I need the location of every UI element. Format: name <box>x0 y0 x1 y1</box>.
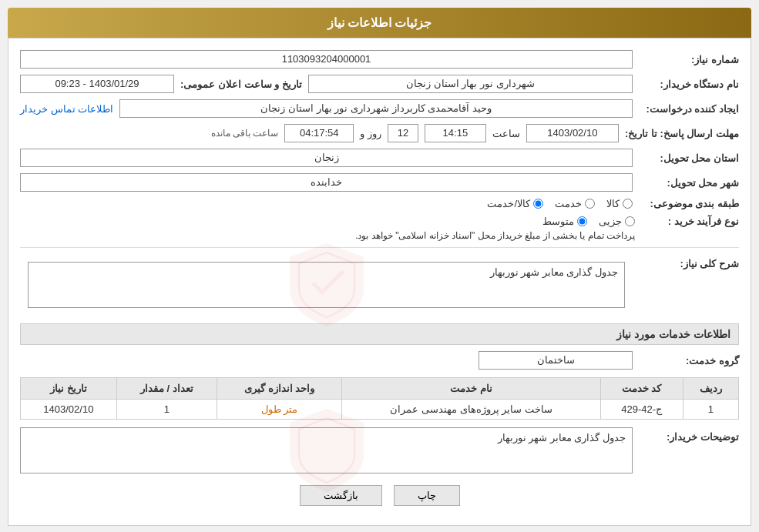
jozii-radio[interactable] <box>625 216 635 226</box>
table-header-row: ردیف کد خدمت نام خدمت واحد اندازه گیری ت… <box>21 378 739 400</box>
ostanMahalTahvil-value: زنجان <box>20 149 633 167</box>
saat-label: ساعت <box>492 128 520 139</box>
page-container: جزئیات اطلاعات نیاز شماره نیاز: 11030932… <box>0 0 759 532</box>
ijadKonande-row: ایجاد کننده درخواست: وحید آقامحمدی کاربر… <box>20 99 739 118</box>
noeFarayand-row: نوع فرآیند خرید : جزیی متوسط پرداخت تمام… <box>20 216 739 241</box>
shahrMahalTahvil-row: شهر محل تحویل: خدابنده <box>20 173 739 192</box>
tabaqeBandi-radios: کالا خدمت کالا/خدمت <box>487 198 633 209</box>
kala-radio-item: کالا <box>606 198 633 209</box>
shomareNiaz-label: شماره نیاز: <box>639 54 739 65</box>
kala-label: کالا <box>606 198 620 209</box>
services-section-title: اطلاعات خدمات مورد نیاز <box>20 323 739 345</box>
ijadKonande-value: وحید آقامحمدی کاربرداز شهرداری نور بهار … <box>119 99 633 118</box>
shomareNiaz-row: شماره نیاز: 1103093204000001 <box>20 50 739 69</box>
noeFarayand-radios: جزیی متوسط <box>20 216 635 227</box>
cell-tedadMeghdar: 1 <box>116 400 217 420</box>
kalaKhedmat-radio[interactable] <box>533 199 543 209</box>
cell-tarikhNiaz: 1403/02/10 <box>21 400 117 420</box>
motovaset-radio[interactable] <box>577 216 587 226</box>
col-vahedAndaze: واحد اندازه گیری <box>217 378 342 400</box>
rooz-label: روز و <box>360 128 381 139</box>
shield-watermark-icon <box>280 239 373 331</box>
mohlatErsalPasokh-row: مهلت ارسال پاسخ: تا تاریخ: 1403/02/10 سا… <box>20 124 739 142</box>
sharhKolli-value: جدول گذاری معابر شهر نوربهار <box>490 266 618 278</box>
tosihKharidar-row: توضیحات خریدار: جدول گذاری معابر شهر نور… <box>20 427 739 473</box>
tabaqeBandi-label: طبقه بندی موضوعی: <box>639 198 739 209</box>
tosihKharidar-label: توضیحات خریدار: <box>639 427 739 443</box>
cell-namKhedmat: ساخت سایر پروژه‌های مهندسی عمران <box>342 400 600 420</box>
motovaset-label: متوسط <box>542 216 574 227</box>
col-tarikhNiaz: تاریخ نیاز <box>21 378 117 400</box>
namDastgah-value: شهرداری نور بهار استان زنجان <box>308 75 633 93</box>
cell-radif: 1 <box>683 400 738 420</box>
namDastgah-row: نام دستگاه خریدار: شهرداری نور بهار استا… <box>20 75 739 93</box>
saat-value: 14:15 <box>425 124 486 142</box>
groheKhedmat-label: گروه خدمت: <box>639 355 739 366</box>
btn-chap[interactable]: چاپ <box>394 485 460 506</box>
kalaKhedmat-radio-item: کالا/خدمت <box>487 198 543 209</box>
jozii-radio-item: جزیی <box>599 216 635 227</box>
shahrMahalTahvil-label: شهر محل تحویل: <box>639 177 739 189</box>
tarikh-value: 1403/02/10 <box>526 124 619 142</box>
purchase-note: پرداخت تمام یا بخشی از مبلغ خریداز محل "… <box>20 230 635 241</box>
baghiMande-value: 04:17:54 <box>284 124 354 142</box>
tosihKharidar-box: جدول گذاری معابر شهر نوربهار <box>20 427 633 473</box>
mohlatErsalPasokh-label: مهلت ارسال پاسخ: تا تاریخ: <box>625 128 739 139</box>
services-table: ردیف کد خدمت نام خدمت واحد اندازه گیری ت… <box>20 377 739 420</box>
col-namKhedmat: نام خدمت <box>342 378 600 400</box>
col-radif: ردیف <box>683 378 738 400</box>
ijadKonande-label: ایجاد کننده درخواست: <box>639 103 739 115</box>
tosihKharidar-value: جدول گذاری معابر شهر نوربهار <box>498 432 626 443</box>
groheKhedmat-row: گروه خدمت: ساختمان <box>20 351 739 370</box>
cell-vahedAndaze: متر طول <box>217 400 342 420</box>
khedmat-label: خدمت <box>555 198 582 209</box>
ostanMahalTahvil-row: استان محل تحویل: زنجان <box>20 149 739 167</box>
etelaatTamas-link[interactable]: اطلاعات تماس خریدار <box>20 103 113 115</box>
tarikhoSaat-label: تاریخ و ساعت اعلان عمومی: <box>180 79 302 90</box>
tabaqeBandi-row: طبقه بندی موضوعی: کالا خدمت کالا/خدمت <box>20 198 739 209</box>
baghiMande-label: ساعت باقی مانده <box>211 128 279 139</box>
separator1 <box>20 247 739 248</box>
tarikhoSaat-value: 1403/01/29 - 09:23 <box>20 75 174 93</box>
cell-kodKhedmat: ج-42-429 <box>600 400 683 420</box>
noeFarayand-label: نوع فرآیند خرید : <box>639 216 739 227</box>
page-title: جزئیات اطلاعات نیاز <box>327 16 432 29</box>
sharhKolli-row: شرح کلی نیاز: جدول گذاری معابر شهر نوربه… <box>20 254 739 316</box>
shahrMahalTahvil-value: خدابنده <box>20 173 633 192</box>
khedmat-radio[interactable] <box>585 199 595 209</box>
ostanMahalTahvil-label: استان محل تحویل: <box>639 152 739 164</box>
table-row: 1 ج-42-429 ساخت سایر پروژه‌های مهندسی عم… <box>21 400 739 420</box>
jozii-label: جزیی <box>599 216 622 227</box>
sharhKolli-label: شرح کلی نیاز: <box>639 254 739 269</box>
groheKhedmat-value: ساختمان <box>479 351 633 370</box>
kala-radio[interactable] <box>623 199 633 209</box>
btn-bazgasht[interactable]: بازگشت <box>300 485 382 506</box>
col-kodKhedmat: کد خدمت <box>600 378 683 400</box>
motovaset-radio-item: متوسط <box>542 216 587 227</box>
page-header: جزئیات اطلاعات نیاز <box>8 8 751 38</box>
rooz-value: 12 <box>388 124 418 142</box>
khedmat-radio-item: خدمت <box>555 198 595 209</box>
kalaKhedmat-label: کالا/خدمت <box>487 198 530 209</box>
main-content: شماره نیاز: 1103093204000001 نام دستگاه … <box>8 38 751 526</box>
sharhKolli-box: جدول گذاری معابر شهر نوربهار <box>28 262 625 308</box>
col-tedadMeghdar: تعداد / مقدار <box>116 378 217 400</box>
button-row: بازگشت چاپ <box>20 485 739 506</box>
shomareNiaz-value: 1103093204000001 <box>20 50 633 69</box>
namDastgah-label: نام دستگاه خریدار: <box>639 79 739 90</box>
